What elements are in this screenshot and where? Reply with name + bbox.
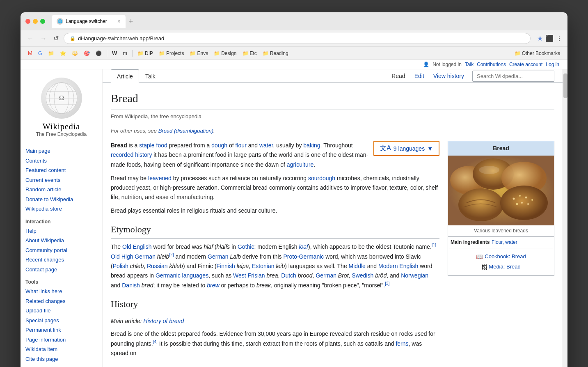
water-link[interactable]: water <box>259 142 273 149</box>
bookmark-folder-projects[interactable]: 📁 Projects <box>156 49 186 57</box>
language-switcher-button[interactable]: 文A 9 languages ▼ <box>373 141 439 156</box>
bookmark-3[interactable]: 🎯 <box>81 49 92 57</box>
bookmark-folder-design[interactable]: 📁 Design <box>211 49 239 57</box>
menu-icon[interactable]: ⋮ <box>556 34 563 42</box>
estonian-link[interactable]: Estonian <box>252 263 274 269</box>
sidebar-item-cite[interactable]: Cite this page <box>25 354 97 364</box>
bookmark-folder-dip[interactable]: 📁 DIP <box>135 49 156 57</box>
finnish-link[interactable]: Finnish <box>217 263 235 269</box>
bookmark-1[interactable]: ⭐ <box>57 49 69 57</box>
action-read[interactable]: Read <box>387 69 409 83</box>
cookbook-link[interactable]: Cookbook: Bread <box>485 252 526 261</box>
search-input[interactable] <box>472 71 554 82</box>
staple-food-link[interactable]: staple food <box>139 142 167 149</box>
old-english-link[interactable]: Old English <box>122 243 152 250</box>
sidebar-item-wikidata[interactable]: Wikidata item <box>25 344 97 354</box>
brew-link[interactable]: brew <box>207 282 219 289</box>
gothic-link[interactable]: Gothic <box>238 243 254 250</box>
sidebar-item-community[interactable]: Community portal <box>25 245 97 255</box>
norwegian-link[interactable]: Norwegian <box>401 272 428 279</box>
bookmark-google[interactable]: G <box>36 49 45 57</box>
sidebar-item-page-info[interactable]: Page information <box>25 335 97 345</box>
german-link[interactable]: German <box>208 253 229 260</box>
west-frisian-link[interactable]: West Frisian <box>233 272 265 279</box>
active-tab[interactable]: 🌐 Language switcher × <box>52 15 126 28</box>
sourdough-link[interactable]: sourdough <box>308 175 335 181</box>
minimize-button[interactable] <box>33 19 38 24</box>
russian-link[interactable]: Russian <box>147 263 168 269</box>
profile-icon[interactable]: ⬛ <box>545 34 554 42</box>
talk-link[interactable]: Talk <box>465 62 474 67</box>
url-bar[interactable]: 🔒 di-language-switcher.web.app/Bread <box>64 33 531 44</box>
refresh-button[interactable]: ↺ <box>52 33 60 44</box>
bookmark-gmail[interactable]: M <box>25 49 35 57</box>
dough-link[interactable]: dough <box>211 142 227 149</box>
disambiguation-link[interactable]: Bread (disambiguation) <box>158 128 213 134</box>
action-view-history[interactable]: View history <box>429 69 468 83</box>
sidebar-item-random[interactable]: Random article <box>25 185 97 195</box>
sidebar-item-recent[interactable]: Recent changes <box>25 255 97 265</box>
bookmark-folder-envs[interactable]: 📁 Envs <box>187 49 210 57</box>
contributions-link[interactable]: Contributions <box>477 62 506 67</box>
proto-germanic-link[interactable]: Proto-Germanic <box>283 253 324 260</box>
history-of-bread-link[interactable]: History of bread <box>143 318 184 324</box>
tab-article[interactable]: Article <box>111 69 139 83</box>
bookmark-4[interactable]: ⚫ <box>93 49 104 57</box>
log-in-link[interactable]: Log in <box>546 62 559 67</box>
new-tab-button[interactable]: + <box>127 16 135 28</box>
tab-close-button[interactable]: × <box>117 18 121 25</box>
scrollbar[interactable] <box>563 69 567 367</box>
bookmark-drive[interactable]: 📁 <box>46 49 57 57</box>
url-text: di-language-switcher.web.app/Bread <box>78 35 164 41</box>
sidebar-item-upload[interactable]: Upload file <box>25 306 97 316</box>
sidebar-item-permanent[interactable]: Permanent link <box>25 325 97 335</box>
leavened-link[interactable]: leavened <box>148 175 172 181</box>
action-edit[interactable]: Edit <box>410 69 428 83</box>
bookmark-wikipedia-w[interactable]: W <box>110 49 119 57</box>
old-high-german-link[interactable]: Old High German <box>111 253 156 260</box>
media-link[interactable]: Media: Bread <box>489 263 520 271</box>
sidebar-item-what-links[interactable]: What links here <box>25 287 97 296</box>
forward-button[interactable]: → <box>39 33 48 44</box>
infobox-ingredients-value[interactable]: Flour, water <box>492 239 517 246</box>
danish-link[interactable]: Danish <box>122 282 140 289</box>
sidebar-item-contact[interactable]: Contact page <box>25 265 97 275</box>
sidebar-item-store[interactable]: Wikipedia store <box>25 204 97 214</box>
create-account-link[interactable]: Create account <box>509 62 542 67</box>
ferns-link[interactable]: ferns <box>396 340 408 347</box>
sidebar-item-featured[interactable]: Featured content <box>25 165 97 175</box>
user-bar: 👤 Not logged in Talk Contributions Creat… <box>21 60 567 69</box>
bookmark-folder-reading[interactable]: 📁 Reading <box>260 49 291 57</box>
bookmark-folder-etc[interactable]: 📁 Etc <box>240 49 259 57</box>
sidebar-item-help[interactable]: Help <box>25 226 97 236</box>
swedish-link[interactable]: Swedish <box>352 272 373 279</box>
polish-link[interactable]: Polish <box>113 263 128 269</box>
modern-english-link[interactable]: Modern English <box>378 263 418 269</box>
bookmark-wikipedia-m[interactable]: m <box>120 49 130 57</box>
german-brot-link[interactable]: German <box>316 272 336 279</box>
sidebar-item-special-pages[interactable]: Special pages <box>25 316 97 326</box>
sidebar-item-donate[interactable]: Donate to Wikipedia <box>25 195 97 204</box>
agriculture-link[interactable]: agriculture <box>287 161 313 168</box>
traffic-lights <box>25 19 45 24</box>
back-button[interactable]: ← <box>25 33 35 44</box>
tab-talk[interactable]: Talk <box>139 69 162 83</box>
scrollbar-thumb[interactable] <box>563 73 567 98</box>
bookmark-2[interactable]: 🔱 <box>69 49 80 57</box>
germanic-languages-link[interactable]: Germanic languages <box>156 272 208 279</box>
dutch-link[interactable]: Dutch <box>281 272 296 279</box>
bookmark-other[interactable]: 📁 Other Bookmarks <box>512 49 563 57</box>
sidebar-item-main-page[interactable]: Main page <box>25 146 97 156</box>
sidebar-item-contents[interactable]: Contents <box>25 156 97 166</box>
sidebar-item-about[interactable]: About Wikipedia <box>25 236 97 245</box>
baking-link[interactable]: baking <box>303 142 320 149</box>
flour-link[interactable]: flour <box>236 142 247 149</box>
bookmark-star-icon[interactable]: ★ <box>537 34 543 42</box>
maximize-button[interactable] <box>40 19 45 24</box>
recorded-history-link[interactable]: recorded history <box>111 151 152 158</box>
sidebar-item-current-events[interactable]: Current events <box>25 175 97 185</box>
close-button[interactable] <box>25 19 30 24</box>
middle-link[interactable]: Middle <box>349 263 366 269</box>
sidebar-item-related-changes[interactable]: Related changes <box>25 296 97 306</box>
loaf-link[interactable]: loaf <box>299 243 308 250</box>
